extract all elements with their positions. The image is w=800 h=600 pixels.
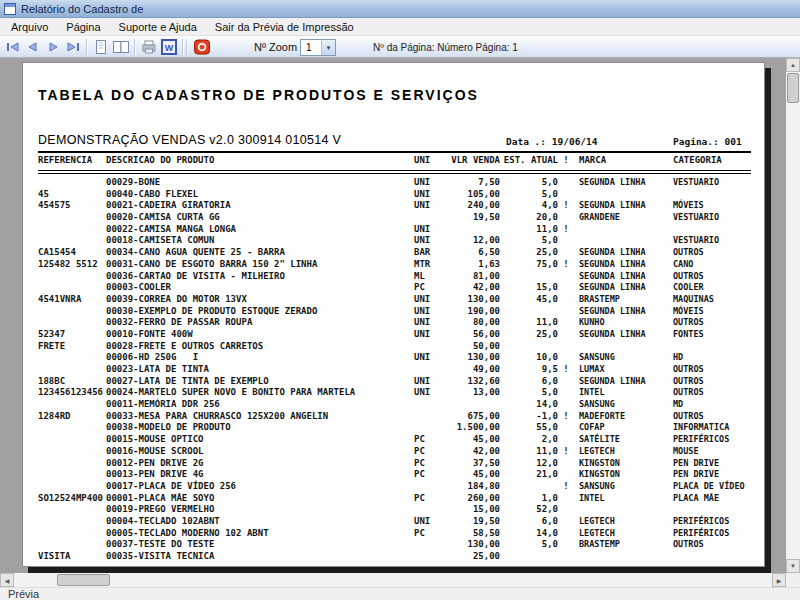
scroll-down-icon[interactable]: ▼	[786, 559, 800, 573]
cell-est: 52,0	[500, 504, 558, 516]
cell-ref	[38, 177, 106, 189]
cell-exc	[558, 528, 574, 540]
scroll-up-icon[interactable]: ▲	[786, 58, 800, 72]
cell-ref	[38, 282, 106, 294]
prev-page-icon[interactable]	[24, 39, 42, 55]
next-page-icon[interactable]	[44, 39, 62, 55]
cell-cat: PERIFÉRICOS	[668, 516, 760, 528]
cell-est: 45,0	[500, 294, 558, 306]
cell-uni: UNI	[414, 317, 450, 329]
cell-ref: CA15454	[38, 247, 106, 259]
vertical-scroll-thumb[interactable]	[787, 73, 799, 103]
cell-est: 15,0	[500, 282, 558, 294]
col-referencia: REFERENCIA	[38, 155, 106, 165]
cell-desc: 00017-PLACA DE VÍDEO 256	[106, 481, 414, 493]
menu-suporte-ajuda[interactable]: Suporte e Ajuda	[110, 19, 206, 35]
cell-marca: LEGTECH	[574, 516, 668, 528]
cell-exc	[558, 539, 574, 551]
cell-desc: 00010-FONTE 400W	[106, 329, 414, 341]
cell-desc: 00019-PREGO VERMELHO	[106, 504, 414, 516]
horizontal-scrollbar[interactable]: ◀ ▶	[0, 573, 786, 587]
cell-vlr: 19,50	[450, 516, 500, 528]
cell-exc	[558, 399, 574, 411]
print-preview-area: TABELA DO CADASTRO DE PRODUTOS E SERVIÇO…	[0, 58, 786, 573]
cell-desc: 00003-COOLER	[106, 282, 414, 294]
cell-exc	[558, 516, 574, 528]
cell-desc: 00023-LATA DE TINTA	[106, 364, 414, 376]
print-icon[interactable]	[140, 39, 158, 55]
last-page-icon[interactable]	[64, 39, 82, 55]
cell-est	[500, 341, 558, 353]
two-page-view-icon[interactable]	[112, 39, 130, 55]
toolbar-separator	[134, 39, 135, 55]
cell-cat: CANO	[668, 259, 760, 271]
cell-desc: 00021-CADEIRA GIRATORIA	[106, 200, 414, 212]
cell-exc: !	[558, 411, 574, 423]
cell-ref	[38, 446, 106, 458]
first-page-icon[interactable]	[4, 39, 22, 55]
cell-marca: KINGSTON	[574, 469, 668, 481]
cell-vlr: 1,63	[450, 259, 500, 271]
cell-cat: COOLER	[668, 282, 760, 294]
window-titlebar: Relatório do Cadastro de	[0, 0, 800, 18]
cell-est: 5,0	[500, 539, 558, 551]
cell-desc: 00028-FRETE E OUTROS CARRETOS	[106, 341, 414, 353]
col-est-atual: EST. ATUAL	[500, 155, 558, 165]
cell-uni: UNI	[414, 376, 450, 388]
table-row: 4541VNRA00039-CORREA DO MOTOR 13VXUNI130…	[38, 294, 760, 306]
horizontal-scroll-thumb[interactable]	[57, 574, 110, 586]
close-preview-icon[interactable]	[193, 39, 211, 55]
chevron-down-icon[interactable]: ▼	[321, 40, 335, 55]
report-date: Data .: 19/06/14	[506, 136, 598, 147]
cell-ref: 1284RD	[38, 411, 106, 423]
cell-uni: PC	[414, 446, 450, 458]
cell-marca: SEGUNDA LINHA	[574, 247, 668, 259]
cell-exc	[558, 469, 574, 481]
word-export-icon[interactable]: W	[160, 39, 178, 55]
toolbar-separator	[86, 39, 87, 55]
cell-marca	[574, 235, 668, 247]
menu-sair-previa[interactable]: Sair da Prévia de Impressão	[206, 19, 363, 35]
zoom-dropdown[interactable]: 1 ▼	[300, 39, 336, 56]
cell-ref	[38, 528, 106, 540]
cell-ref	[38, 539, 106, 551]
table-row: 00038-MODELO DE PRODUTO1.500,0055,0COFAP…	[38, 422, 760, 434]
cell-uni: UNI	[414, 352, 450, 364]
vertical-scrollbar[interactable]: ▲ ▼	[786, 58, 800, 573]
cell-exc	[558, 387, 574, 399]
cell-cat	[668, 224, 760, 236]
cell-uni	[414, 422, 450, 434]
col-vlr-venda: VLR VENDA	[450, 155, 500, 165]
cell-ref: 52347	[38, 329, 106, 341]
cell-uni: PC	[414, 458, 450, 470]
table-row: 1284RD00033-MESA PARA CHURRASCO 125X200 …	[38, 411, 760, 423]
cell-marca: SEGUNDA LINHA	[574, 376, 668, 388]
table-row: 00022-CAMISA MANGA LONGAUNI11,0!	[38, 224, 760, 236]
cell-ref: 454575	[38, 200, 106, 212]
cell-uni	[414, 364, 450, 376]
cell-est: 20,0	[500, 212, 558, 224]
menu-pagina[interactable]: Página	[57, 19, 109, 35]
col-marca: MARCA	[574, 155, 668, 165]
report-page-number: Pagina.: 001	[673, 136, 742, 147]
table-row: CA1545400034-CANO AGUA QUENTE 25 - BARRA…	[38, 247, 760, 259]
menu-arquivo[interactable]: Arquivo	[2, 19, 57, 35]
cell-uni	[414, 551, 450, 563]
cell-desc: 00013-PEN DRIVE 4G	[106, 469, 414, 481]
cell-est: 11,0	[500, 317, 558, 329]
table-row: 125482 551200031-CANO DE ESGOTO BARRA 15…	[38, 259, 760, 271]
table-row: FRETE00028-FRETE E OUTROS CARRETOS50,00	[38, 341, 760, 353]
cell-uni: PC	[414, 528, 450, 540]
table-row: 00032-FERRO DE PASSAR ROUPAUNI80,0011,0K…	[38, 317, 760, 329]
cell-cat: VESTUARIO	[668, 177, 760, 189]
scroll-left-icon[interactable]: ◀	[0, 573, 14, 587]
cell-est: 5,0	[500, 235, 558, 247]
cell-marca: MADEFORTE	[574, 411, 668, 423]
cell-vlr: 6,50	[450, 247, 500, 259]
cell-marca: SEGUNDA LINHA	[574, 271, 668, 283]
scroll-right-icon[interactable]: ▶	[772, 573, 786, 587]
cell-vlr: 37,50	[450, 458, 500, 470]
cell-desc: 00036-CARTAO DE VISITA - MILHEIRO	[106, 271, 414, 283]
one-page-view-icon[interactable]	[92, 39, 110, 55]
cell-desc: 00006-HD 250G I	[106, 352, 414, 364]
